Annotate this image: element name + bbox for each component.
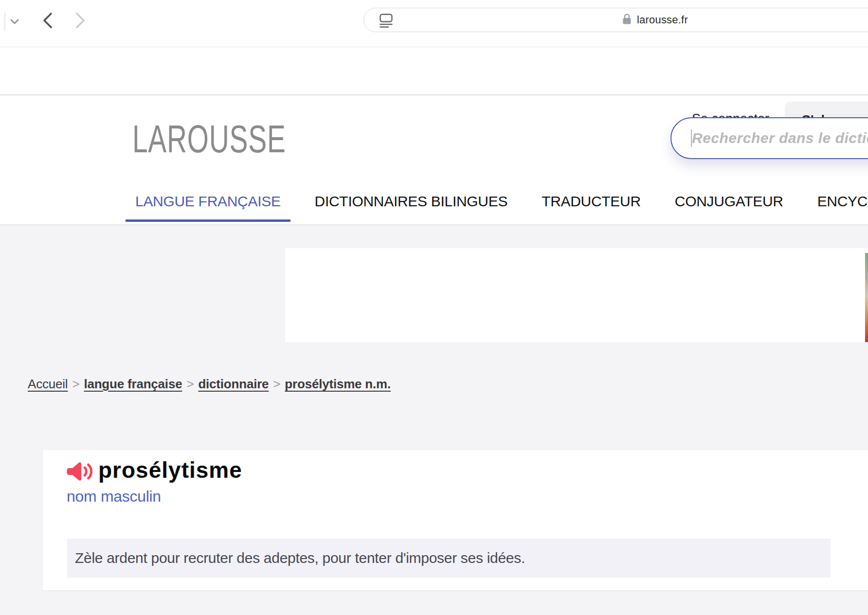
nav-tab-traducteur[interactable]: TRADUCTEUR (532, 194, 651, 222)
forward-button[interactable] (74, 12, 86, 31)
breadcrumb-accueil[interactable]: Accueil (28, 377, 68, 391)
larousse-page: larousse.fr Se connecter S'abonner LAROU… (0, 0, 868, 615)
larousse-logo[interactable]: LAROUSSE (132, 120, 286, 158)
dictionary-search-box[interactable] (670, 117, 868, 159)
entry-card: prosélytisme nom masculin Zèle ardent po… (43, 450, 868, 590)
ad-placeholder (285, 248, 868, 342)
nav-tab-dictionnaires-bilingues[interactable]: DICTIONNAIRES BILINGUES (305, 194, 518, 222)
main-nav: LANGUE FRANÇAISE DICTIONNAIRES BILINGUES… (126, 194, 868, 222)
toolbar-divider (4, 13, 5, 31)
nav-tab-encyclopedie[interactable]: ENCYCLOPÉDIE (808, 194, 868, 222)
breadcrumb-separator: > (273, 377, 280, 391)
speaker-icon (66, 476, 94, 484)
browser-toolbar: larousse.fr (0, 0, 868, 47)
lock-icon (622, 13, 632, 27)
ad-image-edge (865, 253, 868, 342)
site-header: Se connecter S'abonner (0, 47, 868, 95)
nav-tab-langue-francaise[interactable]: LANGUE FRANÇAISE (126, 194, 290, 222)
nav-bottom-border (0, 224, 868, 225)
breadcrumb-separator: > (186, 377, 194, 391)
definition-text: Zèle ardent pour recruter des adeptes, p… (67, 539, 831, 578)
definition-box: Zèle ardent pour recruter des adeptes, p… (67, 539, 831, 578)
breadcrumb-separator: > (72, 377, 79, 391)
breadcrumb-dictionnaire[interactable]: dictionnaire (198, 377, 269, 391)
dictionary-search-input[interactable] (692, 130, 868, 146)
entry-word: prosélytisme (98, 458, 242, 482)
pronounce-button[interactable] (66, 461, 94, 482)
chevron-down-icon[interactable] (10, 18, 19, 27)
reader-view-icon[interactable] (380, 14, 393, 30)
entry-part-of-speech[interactable]: nom masculin (67, 487, 161, 506)
url-display: larousse.fr (622, 8, 688, 32)
breadcrumb: Accueil>langue française>dictionnaire>pr… (28, 376, 391, 392)
nav-tab-conjugateur[interactable]: CONJUGATEUR (665, 194, 793, 222)
back-button[interactable] (42, 12, 54, 31)
breadcrumb-langue-francaise[interactable]: langue française (84, 377, 182, 391)
address-bar[interactable]: larousse.fr (363, 8, 868, 32)
breadcrumb-current-entry[interactable]: prosélytisme n.m. (285, 377, 391, 391)
url-text: larousse.fr (637, 14, 688, 26)
